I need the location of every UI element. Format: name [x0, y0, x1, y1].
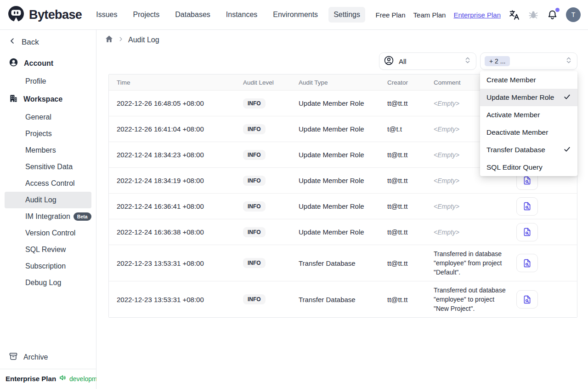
workspace-section-label: Workspace [23, 95, 62, 103]
sidebar-nav: Account Profile Workspace General Proje [0, 51, 96, 347]
current-plan-label: Enterprise Plan [6, 375, 56, 383]
table-row: 2022-12-24 16:36:41 +08:00 INFO Update M… [109, 193, 577, 219]
chevron-left-icon [8, 37, 17, 47]
breadcrumb-current: Audit Log [128, 36, 159, 44]
archive-button[interactable]: Archive [0, 347, 96, 369]
notification-dot [555, 8, 560, 12]
level-badge: INFO [243, 124, 266, 134]
bytebase-logo[interactable]: Bytebase [7, 5, 82, 24]
nav-issues[interactable]: Issues [91, 7, 122, 23]
chevron-up-down-icon [464, 57, 471, 66]
sidebar-item-sql-review[interactable]: SQL Review [5, 241, 91, 258]
menu-item-deactivate-member[interactable]: Deactivate Member [480, 124, 577, 141]
audit-type-filter-select[interactable]: + 2 ... [480, 52, 577, 70]
col-audit-level: Audit Level [235, 79, 291, 86]
nav-settings[interactable]: Settings [328, 7, 365, 23]
col-time: Time [109, 79, 235, 86]
archive-icon [9, 352, 18, 363]
audit-type-menu: Create Member Update Member Role Activat… [480, 71, 577, 176]
account-section-label: Account [24, 59, 53, 68]
creator-filter-select[interactable]: All [379, 52, 476, 70]
payload-detail-button[interactable] [516, 290, 538, 309]
sidebar-item-general[interactable]: General [5, 109, 91, 126]
nav-instances[interactable]: Instances [221, 7, 262, 23]
check-icon [563, 145, 571, 155]
enterprise-plan-link[interactable]: Enterprise Plan [453, 11, 501, 19]
avatar[interactable]: T [566, 7, 581, 22]
sidebar-item-debug-log[interactable]: Debug Log [5, 275, 91, 291]
sidebar-item-projects[interactable]: Projects [5, 126, 91, 142]
team-plan-link[interactable]: Team Plan [413, 11, 446, 19]
bug-icon[interactable] [528, 9, 539, 20]
creator-filter-value: All [399, 57, 407, 65]
level-badge: INFO [243, 258, 266, 268]
beta-badge: Beta [74, 212, 91, 221]
table-row: 2022-12-24 16:36:38 +08:00 INFO Update M… [109, 219, 577, 245]
level-badge: INFO [243, 176, 266, 186]
brand-name: Bytebase [29, 8, 82, 22]
user-circle-icon [9, 57, 18, 69]
nav-projects[interactable]: Projects [128, 7, 165, 23]
plan-footer: Enterprise Plan development [0, 369, 96, 389]
menu-item-transfer-database[interactable]: Transfer Database [480, 141, 577, 159]
sidebar-item-subscription[interactable]: Subscription [5, 258, 91, 275]
chevron-up-down-icon [565, 57, 572, 66]
back-label: Back [22, 38, 39, 47]
nav-databases[interactable]: Databases [170, 7, 215, 23]
table-row: 2022-12-23 13:53:31 +08:00 INFO Transfer… [109, 281, 577, 317]
free-plan-link[interactable]: Free Plan [376, 11, 406, 19]
person-circle-icon [384, 55, 394, 68]
settings-sidebar: Back Account Profile [0, 30, 96, 389]
col-creator: Creator [379, 79, 426, 86]
menu-item-activate-member[interactable]: Activate Member [480, 106, 577, 124]
sidebar-item-members[interactable]: Members [5, 142, 91, 159]
notifications-bell-icon[interactable] [547, 9, 558, 21]
type-filter-value: + 2 ... [485, 56, 510, 66]
table-row: 2022-12-23 13:53:31 +08:00 INFO Transfer… [109, 245, 577, 281]
nav-environments[interactable]: Environments [268, 7, 323, 23]
menu-item-create-member[interactable]: Create Member [480, 71, 577, 89]
primary-nav: Issues Projects Databases Instances Envi… [91, 7, 365, 23]
bytebase-mascot-icon [7, 5, 25, 24]
archive-label: Archive [23, 353, 48, 361]
section-account: Account [0, 53, 96, 73]
filter-toolbar: All + 2 ... [379, 52, 577, 70]
level-badge: INFO [243, 150, 266, 160]
sidebar-item-audit-log[interactable]: Audit Log [5, 192, 91, 208]
building-icon [9, 94, 18, 105]
chevron-right-icon [118, 36, 124, 44]
col-audit-type: Audit Type [291, 79, 379, 86]
home-icon[interactable] [105, 34, 113, 45]
breadcrumb: Audit Log [105, 34, 159, 45]
audit-log-page: Audit Log All + 2 ... [96, 30, 588, 389]
top-nav: Bytebase Issues Projects Databases Insta… [0, 0, 588, 30]
translate-icon[interactable] [509, 9, 520, 21]
payload-detail-button[interactable] [516, 223, 538, 241]
back-button[interactable]: Back [0, 30, 96, 51]
level-badge: INFO [243, 294, 266, 304]
topnav-right: Free Plan Team Plan Enterprise Plan [376, 7, 581, 22]
sidebar-item-profile[interactable]: Profile [5, 73, 91, 90]
level-badge: INFO [243, 227, 266, 237]
menu-item-sql-editor-query[interactable]: SQL Editor Query [480, 159, 577, 176]
sidebar-item-access-control[interactable]: Access Control [5, 175, 91, 192]
sidebar-item-sensitive-data[interactable]: Sensitive Data [5, 159, 91, 175]
payload-detail-button[interactable] [516, 197, 538, 216]
level-badge: INFO [243, 98, 266, 109]
sidebar-item-im-integration[interactable]: IM Integration Beta [5, 208, 91, 225]
sidebar-item-version-control[interactable]: Version Control [5, 225, 91, 241]
speaker-icon [59, 374, 67, 383]
level-badge: INFO [243, 201, 266, 212]
section-workspace: Workspace [0, 90, 96, 109]
check-icon [563, 93, 571, 103]
payload-detail-button[interactable] [516, 254, 538, 272]
menu-item-update-member-role[interactable]: Update Member Role [480, 89, 577, 106]
